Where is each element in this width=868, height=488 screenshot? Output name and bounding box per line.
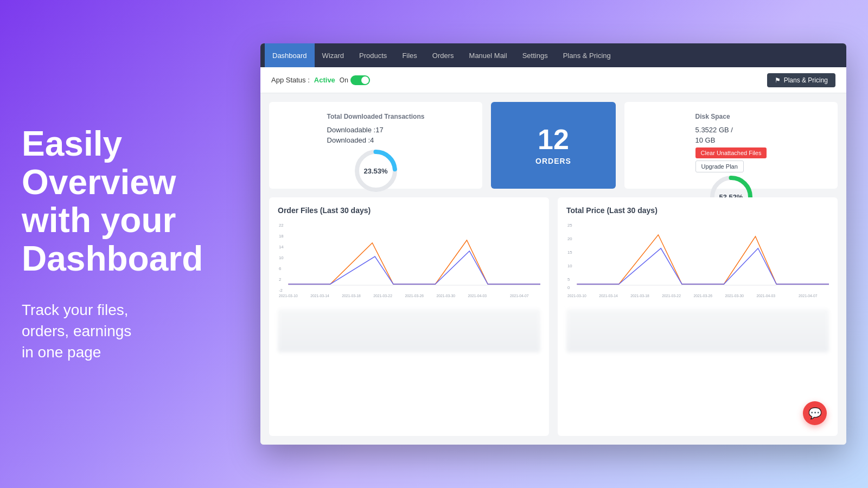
total-price-chart: Total Price (Last 30 days) 25 20 15 10 5… (558, 197, 838, 436)
status-bar: App Status : Active On ⚑ Plans & Pricing (260, 67, 846, 93)
svg-text:-2: -2 (279, 288, 283, 293)
chat-icon: 💬 (808, 407, 822, 420)
svg-text:20: 20 (567, 236, 572, 241)
svg-text:2021-04-03: 2021-04-03 (757, 294, 776, 298)
total-price-area: 25 20 15 10 5 0 (566, 221, 829, 426)
status-left: App Status : Active On (271, 75, 370, 85)
svg-text:2021-04-07: 2021-04-07 (510, 294, 529, 298)
nav-products[interactable]: Products (352, 43, 394, 67)
toggle-switch[interactable] (350, 75, 370, 85)
svg-text:10: 10 (567, 264, 572, 268)
svg-text:2021-03-30: 2021-03-30 (725, 294, 744, 298)
svg-text:2021-03-30: 2021-03-30 (436, 294, 455, 298)
disk-total: 10 GB (695, 136, 767, 144)
plans-pricing-button[interactable]: ⚑ Plans & Pricing (767, 73, 835, 87)
svg-text:2021-03-22: 2021-03-22 (662, 294, 681, 298)
svg-text:2021-03-10: 2021-03-10 (279, 294, 298, 298)
order-files-title: Order Files (Last 30 days) (278, 206, 540, 215)
orders-card: 12 ORDERS (491, 102, 616, 189)
nav-orders[interactable]: Orders (425, 43, 462, 67)
svg-text:2021-04-03: 2021-04-03 (468, 294, 487, 298)
order-files-area: 22 18 14 10 6 2 -2 (278, 221, 540, 426)
downloads-percentage: 23.53% (363, 167, 387, 175)
disk-title: Disk Space (695, 113, 767, 120)
order-files-chart: Order Files (Last 30 days) 22 18 14 10 6… (269, 197, 549, 436)
svg-text:2021-04-07: 2021-04-07 (799, 294, 818, 298)
svg-text:2021-03-18: 2021-03-18 (630, 294, 649, 298)
svg-text:6: 6 (279, 266, 282, 271)
download-info: Total Downloaded Transactions Downloadab… (327, 113, 425, 146)
toggle-wrapper[interactable]: On (340, 75, 370, 85)
svg-text:18: 18 (279, 234, 284, 239)
svg-text:2021-03-26: 2021-03-26 (405, 294, 424, 298)
main-content: Total Downloaded Transactions Downloadab… (260, 93, 846, 445)
downloadable-line: Downloadable :17 (327, 126, 425, 134)
svg-text:25: 25 (567, 223, 572, 228)
disk-info: Disk Space 5.3522 GB / 10 GB Clear Unatt… (695, 113, 767, 172)
nav-manuel-mail[interactable]: Manuel Mail (462, 43, 515, 67)
downloads-donut: 23.53% (352, 146, 400, 195)
svg-text:2021-03-14: 2021-03-14 (310, 294, 329, 298)
total-price-title: Total Price (Last 30 days) (566, 206, 829, 215)
stats-row: Total Downloaded Transactions Downloadab… (269, 102, 838, 189)
headline: Easily Overview with your Dashboard (22, 125, 217, 278)
svg-text:15: 15 (567, 250, 572, 255)
svg-text:2021-03-26: 2021-03-26 (693, 294, 712, 298)
upgrade-plan-button[interactable]: Upgrade Plan (695, 160, 744, 172)
clear-unattached-button[interactable]: Clear Unattached Files (695, 147, 767, 158)
svg-text:2021-03-22: 2021-03-22 (373, 294, 392, 298)
downloads-card: Total Downloaded Transactions Downloadab… (269, 102, 482, 189)
toggle-label: On (340, 76, 348, 84)
app-status-label: App Status : (271, 76, 310, 84)
order-files-blur (278, 309, 540, 352)
nav-settings[interactable]: Settings (515, 43, 556, 67)
nav-bar: Dashboard Wizard Products Files Orders M… (260, 43, 846, 67)
svg-text:10: 10 (279, 255, 284, 260)
svg-text:14: 14 (279, 245, 284, 249)
disk-card: Disk Space 5.3522 GB / 10 GB Clear Unatt… (624, 102, 838, 189)
disk-used: 5.3522 GB / (695, 126, 767, 134)
svg-text:2021-03-14: 2021-03-14 (599, 294, 618, 298)
right-panel: Dashboard Wizard Products Files Orders M… (239, 0, 868, 488)
nav-dashboard[interactable]: Dashboard (265, 43, 315, 67)
nav-files[interactable]: Files (394, 43, 424, 67)
subtext: Track your files,orders, earningsin one … (22, 299, 217, 363)
flag-icon: ⚑ (775, 76, 781, 84)
svg-text:5: 5 (567, 277, 570, 282)
app-window: Dashboard Wizard Products Files Orders M… (260, 43, 846, 445)
left-panel: Easily Overview with your Dashboard Trac… (0, 0, 239, 488)
charts-row: Order Files (Last 30 days) 22 18 14 10 6… (269, 197, 838, 436)
svg-text:22: 22 (279, 223, 284, 228)
svg-text:0: 0 (567, 285, 570, 290)
nav-plans-pricing[interactable]: Plans & Pricing (556, 43, 618, 67)
nav-wizard[interactable]: Wizard (315, 43, 352, 67)
active-text: Active (314, 76, 335, 84)
total-price-blur (566, 309, 829, 352)
downloaded-line: Downloaded :4 (327, 136, 425, 144)
svg-text:2: 2 (279, 277, 281, 282)
chat-button[interactable]: 💬 (803, 401, 827, 425)
orders-label: ORDERS (535, 157, 571, 165)
svg-text:2021-03-18: 2021-03-18 (342, 294, 361, 298)
orders-count: 12 (538, 125, 569, 153)
downloads-title: Total Downloaded Transactions (327, 113, 425, 120)
svg-text:2021-03-10: 2021-03-10 (567, 294, 586, 298)
